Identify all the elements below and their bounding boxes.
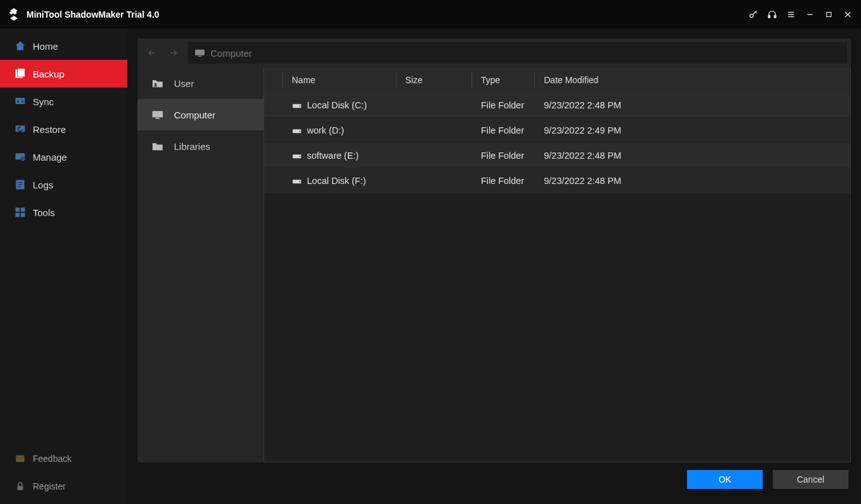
sidebar-item-manage[interactable]: Manage bbox=[0, 143, 127, 171]
svg-rect-23 bbox=[21, 213, 25, 217]
app-window: MiniTool ShadowMaker Trial 4.0 bbox=[0, 0, 861, 504]
sidebar-item-feedback[interactable]: Feedback bbox=[0, 445, 127, 472]
nav-back-icon[interactable] bbox=[141, 42, 163, 64]
svg-rect-13 bbox=[16, 125, 25, 132]
svg-rect-21 bbox=[21, 208, 25, 212]
sidebar-nav: Home Backup Sync bbox=[0, 28, 127, 226]
minimize-icon[interactable] bbox=[800, 5, 819, 24]
sync-icon bbox=[14, 95, 26, 108]
drive-icon bbox=[292, 101, 302, 109]
svg-rect-25 bbox=[18, 486, 23, 490]
sidebar-item-home[interactable]: Home bbox=[0, 32, 127, 60]
sidebar-item-sync[interactable]: Sync bbox=[0, 88, 127, 115]
sidebar-item-label: Register bbox=[33, 481, 66, 491]
path-bar: Computer bbox=[137, 38, 851, 67]
sidebar-item-backup[interactable]: Backup bbox=[0, 60, 127, 88]
table-row[interactable]: Local Disk (F:) File Folder 9/23/2022 2:… bbox=[264, 168, 850, 193]
svg-rect-1 bbox=[768, 15, 770, 18]
drive-icon bbox=[292, 152, 302, 159]
svg-rect-12 bbox=[16, 98, 25, 104]
sidebar-item-label: Tools bbox=[33, 207, 55, 218]
row-date: 9/23/2022 2:49 PM bbox=[535, 125, 630, 135]
sidebar-item-label: Restore bbox=[33, 124, 66, 135]
feedback-icon bbox=[14, 452, 26, 465]
cancel-button[interactable]: Cancel bbox=[773, 470, 848, 489]
tree-item-computer[interactable]: Computer bbox=[137, 99, 263, 130]
tree-item-label: Computer bbox=[174, 110, 216, 120]
main-panel: Computer User bbox=[127, 28, 861, 504]
dialog-footer: OK Cancel bbox=[137, 462, 851, 496]
user-folder-icon bbox=[151, 77, 165, 89]
menu-icon[interactable] bbox=[782, 5, 800, 24]
row-name: software (E:) bbox=[307, 151, 359, 161]
svg-rect-31 bbox=[153, 111, 163, 117]
sidebar-bottom: Feedback Register bbox=[0, 445, 127, 504]
column-name[interactable]: Name bbox=[283, 72, 396, 88]
drive-icon bbox=[292, 177, 302, 185]
svg-rect-11 bbox=[18, 69, 25, 77]
headset-icon[interactable] bbox=[763, 5, 782, 24]
tree-item-label: Libraries bbox=[174, 141, 211, 152]
app-title: MiniTool ShadowMaker Trial 4.0 bbox=[26, 9, 159, 20]
column-checkbox[interactable] bbox=[264, 72, 283, 88]
sidebar-item-register[interactable]: Register bbox=[0, 472, 127, 500]
column-header: Name Size Type Date Modified bbox=[264, 67, 850, 93]
svg-point-30 bbox=[154, 83, 156, 85]
sidebar: Home Backup Sync bbox=[0, 28, 127, 504]
sidebar-item-label: Manage bbox=[33, 152, 67, 163]
column-type[interactable]: Type bbox=[472, 72, 535, 88]
svg-point-34 bbox=[299, 105, 301, 106]
close-icon[interactable] bbox=[838, 5, 857, 24]
svg-rect-28 bbox=[195, 50, 205, 55]
svg-point-0 bbox=[750, 14, 753, 17]
computer-icon bbox=[151, 109, 165, 120]
path-field[interactable]: Computer bbox=[188, 42, 847, 64]
svg-rect-7 bbox=[827, 12, 831, 16]
logs-icon bbox=[14, 178, 26, 191]
drive-icon bbox=[292, 127, 302, 134]
svg-rect-20 bbox=[16, 208, 20, 212]
ok-button[interactable]: OK bbox=[687, 470, 763, 489]
maximize-icon[interactable] bbox=[819, 5, 838, 24]
svg-rect-29 bbox=[198, 56, 202, 57]
row-name: Local Disk (C:) bbox=[307, 100, 367, 110]
sidebar-item-label: Home bbox=[33, 41, 58, 52]
svg-rect-24 bbox=[16, 455, 25, 462]
nav-forward-icon[interactable] bbox=[163, 42, 184, 64]
table-row[interactable]: work (D:) File Folder 9/23/2022 2:49 PM bbox=[264, 118, 850, 143]
row-type: File Folder bbox=[472, 151, 535, 161]
sidebar-item-label: Backup bbox=[33, 69, 64, 79]
row-name: Local Disk (F:) bbox=[307, 176, 366, 186]
file-rows: Local Disk (C:) File Folder 9/23/2022 2:… bbox=[264, 93, 850, 462]
svg-point-38 bbox=[299, 156, 301, 157]
svg-rect-32 bbox=[156, 118, 160, 119]
sidebar-item-label: Feedback bbox=[33, 454, 71, 464]
column-size[interactable]: Size bbox=[396, 72, 472, 88]
svg-rect-2 bbox=[774, 15, 776, 18]
backup-icon bbox=[14, 67, 26, 80]
row-date: 9/23/2022 2:48 PM bbox=[535, 176, 630, 186]
app-logo-icon bbox=[5, 6, 23, 23]
row-type: File Folder bbox=[472, 176, 535, 186]
row-name: work (D:) bbox=[307, 125, 344, 135]
sidebar-item-restore[interactable]: Restore bbox=[0, 115, 127, 143]
computer-icon bbox=[194, 49, 205, 57]
title-bar: MiniTool ShadowMaker Trial 4.0 bbox=[0, 0, 861, 28]
row-date: 9/23/2022 2:48 PM bbox=[535, 151, 630, 161]
column-date[interactable]: Date Modified bbox=[535, 72, 630, 88]
tree-item-libraries[interactable]: Libraries bbox=[137, 130, 263, 162]
register-icon bbox=[14, 480, 26, 493]
sidebar-item-label: Sync bbox=[33, 96, 54, 107]
tree-item-label: User bbox=[174, 78, 194, 89]
home-icon bbox=[14, 40, 26, 52]
sidebar-item-tools[interactable]: Tools bbox=[0, 198, 127, 226]
table-row[interactable]: Local Disk (C:) File Folder 9/23/2022 2:… bbox=[264, 93, 850, 118]
table-row[interactable]: software (E:) File Folder 9/23/2022 2:48… bbox=[264, 143, 850, 168]
tree-item-user[interactable]: User bbox=[137, 67, 263, 99]
sidebar-item-logs[interactable]: Logs bbox=[0, 171, 127, 198]
svg-point-36 bbox=[299, 130, 301, 132]
libraries-icon bbox=[151, 140, 165, 152]
svg-point-40 bbox=[299, 181, 301, 182]
key-icon[interactable] bbox=[744, 5, 763, 24]
tree-pane: User Computer Libraries bbox=[137, 67, 263, 462]
